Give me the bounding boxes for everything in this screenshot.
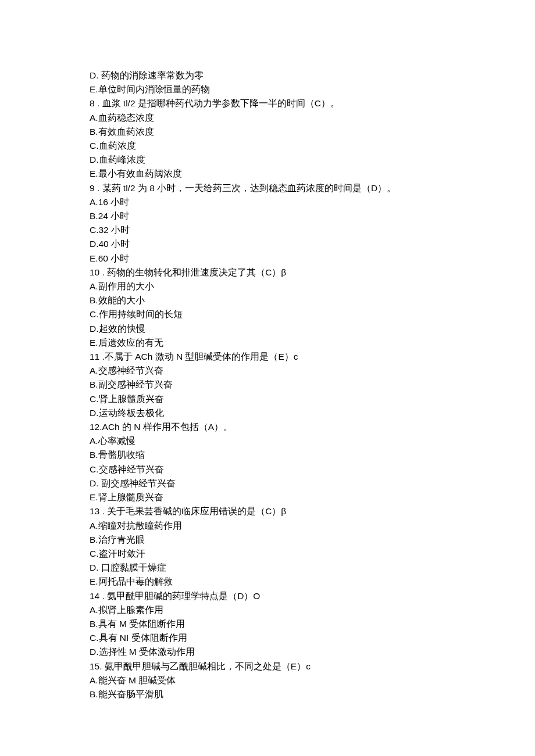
text-line: C.血药浓度 [90, 139, 535, 153]
text-line: 13 . 关于毛果芸香碱的临床应用错误的是（C）β [90, 504, 535, 518]
text-line: C.肾上腺髓质兴奋 [90, 392, 535, 406]
text-line: E.最小有效血药阈浓度 [90, 167, 535, 181]
text-line: 12.ACh 的 N 样作用不包括（A）。 [90, 420, 535, 434]
text-line: C.交感神经节兴奋 [90, 463, 535, 476]
text-line: E.单位时间内消除恒量的药物 [90, 83, 535, 96]
text-line: D.血药峰浓度 [90, 153, 535, 167]
text-line: D. 口腔黏膜干燥症 [90, 561, 535, 575]
text-line: 8 . 血浆 tl/2 是指哪种药代动力学参数下降一半的时间（C）。 [90, 96, 535, 110]
text-line: 9 . 某药 tl/2 为 8 小时，一天给药三次，达到稳态血药浓度的时间是（D… [90, 181, 535, 195]
text-line: D. 副交感神经节兴奋 [90, 476, 535, 490]
text-line: E.后遗效应的有无 [90, 336, 535, 350]
text-line: B.治疗青光眼 [90, 533, 535, 547]
text-line: A.16 小时 [90, 195, 535, 209]
text-line: C.具有 NI 受体阻断作用 [90, 631, 535, 645]
text-line: A.心率减慢 [90, 434, 535, 448]
text-line: B.24 小时 [90, 209, 535, 223]
text-line: 14 . 氨甲酰甲胆碱的药理学特点是（D）O [90, 589, 535, 603]
text-line: A.交感神经节兴奋 [90, 364, 535, 378]
text-line: B.效能的大小 [90, 293, 535, 307]
text-line: B.能兴奋肠平滑肌 [90, 687, 535, 701]
text-line: E.阿托品中毒的解救 [90, 575, 535, 589]
document-page: D. 药物的消除速率常数为零 E.单位时间内消除恒量的药物 8 . 血浆 tl/… [0, 0, 535, 756]
text-line: A.能兴奋 M 胆碱受体 [90, 673, 535, 687]
text-line: E.60 小时 [90, 252, 535, 266]
text-line: D.选择性 M 受体激动作用 [90, 645, 535, 659]
text-line: C.盗汗时敛汗 [90, 547, 535, 561]
text-line: B.副交感神经节兴奋 [90, 378, 535, 392]
text-line: 15. 氨甲酰甲胆碱与乙酰胆碱相比，不同之处是（E）c [90, 660, 535, 673]
text-line: 11 .不属于 ACh 激动 N 型胆碱受体的作用是（E）c [90, 350, 535, 364]
text-line: D.运动终板去极化 [90, 406, 535, 420]
text-line: C.作用持续时间的长短 [90, 307, 535, 321]
text-line: B.骨骼肌收缩 [90, 448, 535, 462]
text-line: A.拟肾上腺素作用 [90, 603, 535, 617]
text-line: 10 . 药物的生物转化和排泄速度决定了其（C）β [90, 266, 535, 280]
text-line: D.起效的快慢 [90, 322, 535, 336]
text-line: A.血药稳态浓度 [90, 111, 535, 125]
text-line: A.缩瞳对抗散瞳药作用 [90, 519, 535, 533]
text-line: C.32 小时 [90, 223, 535, 237]
text-line: A.副作用的大小 [90, 280, 535, 293]
text-line: B.有效血药浓度 [90, 125, 535, 139]
text-line: E.肾上腺髓质兴奋 [90, 490, 535, 504]
text-line: B.具有 M 受体阻断作用 [90, 617, 535, 631]
text-line: D. 药物的消除速率常数为零 [90, 69, 535, 83]
text-line: D.40 小时 [90, 237, 535, 251]
